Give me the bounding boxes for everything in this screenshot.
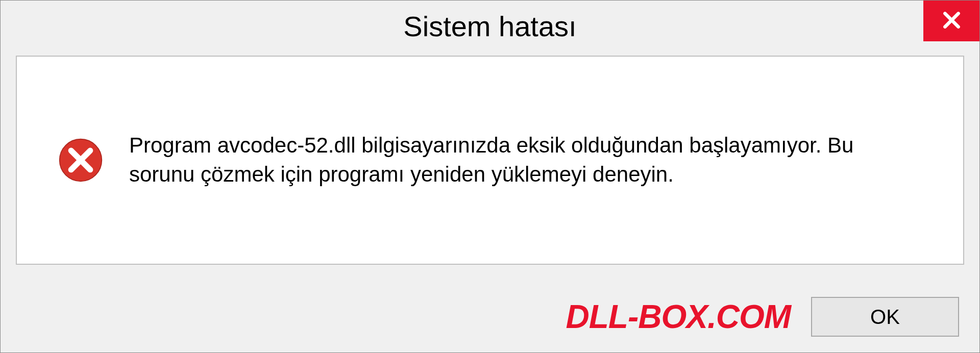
close-icon	[940, 9, 963, 34]
close-button[interactable]	[923, 1, 979, 41]
error-icon	[58, 137, 104, 183]
watermark-text: DLL-BOX.COM	[566, 298, 791, 336]
ok-button[interactable]: OK	[811, 297, 959, 337]
error-message: Program avcodec-52.dll bilgisayarınızda …	[129, 131, 922, 189]
titlebar: Sistem hatası	[1, 1, 979, 52]
dialog-footer: DLL-BOX.COM OK	[1, 281, 979, 352]
dialog-content: Program avcodec-52.dll bilgisayarınızda …	[16, 56, 964, 265]
dialog-title: Sistem hatası	[403, 10, 576, 43]
